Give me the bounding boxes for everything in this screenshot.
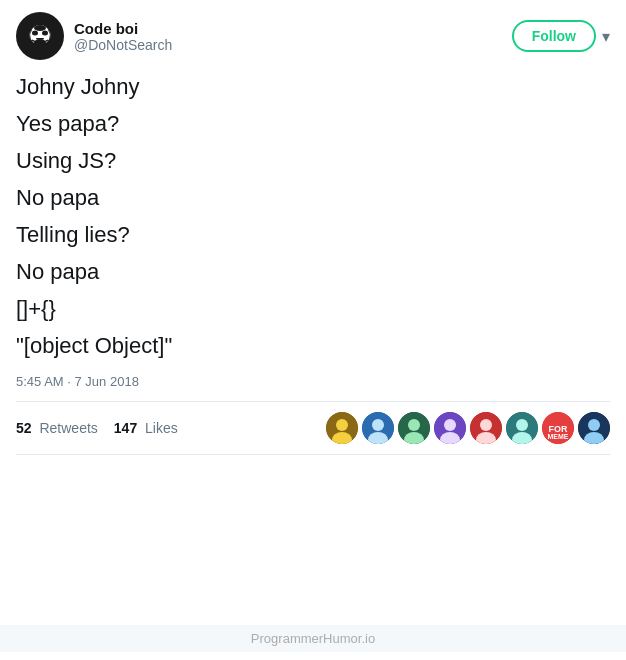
- user-info: Code boi @DoNotSearch: [74, 20, 172, 53]
- likes-count: 147: [114, 420, 137, 436]
- svg-point-23: [516, 419, 528, 431]
- tweet-body: Johny Johny Yes papa? Using JS? No papa …: [16, 70, 610, 389]
- svg-point-6: [34, 25, 46, 31]
- svg-point-29: [588, 419, 600, 431]
- follow-button[interactable]: Follow: [512, 20, 596, 52]
- svg-point-4: [42, 31, 48, 36]
- retweets-label: Retweets: [39, 420, 97, 436]
- watermark: ProgrammerHumor.io: [0, 625, 626, 652]
- liker-avatar-8: [578, 412, 610, 444]
- chevron-down-icon[interactable]: ▾: [602, 27, 610, 46]
- tweet-line-5: Telling lies?: [16, 218, 610, 251]
- svg-point-8: [336, 419, 348, 431]
- liker-avatar-1: [326, 412, 358, 444]
- avatar: [16, 12, 64, 60]
- header-right: Follow ▾: [512, 20, 610, 52]
- tweet-line-4: No papa: [16, 181, 610, 214]
- liker-avatar-6: [506, 412, 538, 444]
- liker-avatar-5: [470, 412, 502, 444]
- liker-avatar-4: [434, 412, 466, 444]
- username: @DoNotSearch: [74, 37, 172, 53]
- tweet-header: Code boi @DoNotSearch Follow ▾: [16, 12, 610, 60]
- svg-rect-5: [36, 38, 44, 40]
- likes-label: Likes: [145, 420, 178, 436]
- tweet-line-7: []+{}: [16, 292, 610, 325]
- svg-point-11: [372, 419, 384, 431]
- tweet-timestamp: 5:45 AM · 7 Jun 2018: [16, 374, 610, 389]
- tweet-container: Code boi @DoNotSearch Follow ▾ Johny Joh…: [0, 0, 626, 455]
- likes-stat[interactable]: 147 Likes: [114, 420, 178, 436]
- liker-avatar-7: FORMEME: [542, 412, 574, 444]
- tweet-line-8: "[object Object]": [16, 329, 610, 362]
- tweet-stats: 52 Retweets 147 Likes: [16, 401, 610, 455]
- retweets-stat[interactable]: 52 Retweets: [16, 420, 98, 436]
- retweets-count: 52: [16, 420, 32, 436]
- svg-point-20: [480, 419, 492, 431]
- tweet-header-left: Code boi @DoNotSearch: [16, 12, 172, 60]
- likers-avatars: FORMEME: [326, 412, 610, 444]
- svg-point-3: [32, 31, 38, 36]
- liker-avatar-3: [398, 412, 430, 444]
- tweet-line-6: No papa: [16, 255, 610, 288]
- svg-point-14: [408, 419, 420, 431]
- tweet-line-2: Yes papa?: [16, 107, 610, 140]
- svg-point-17: [444, 419, 456, 431]
- tweet-line-3: Using JS?: [16, 144, 610, 177]
- liker-avatar-2: [362, 412, 394, 444]
- display-name: Code boi: [74, 20, 172, 37]
- svg-text:MEME: MEME: [548, 433, 569, 440]
- tweet-line-1: Johny Johny: [16, 70, 610, 103]
